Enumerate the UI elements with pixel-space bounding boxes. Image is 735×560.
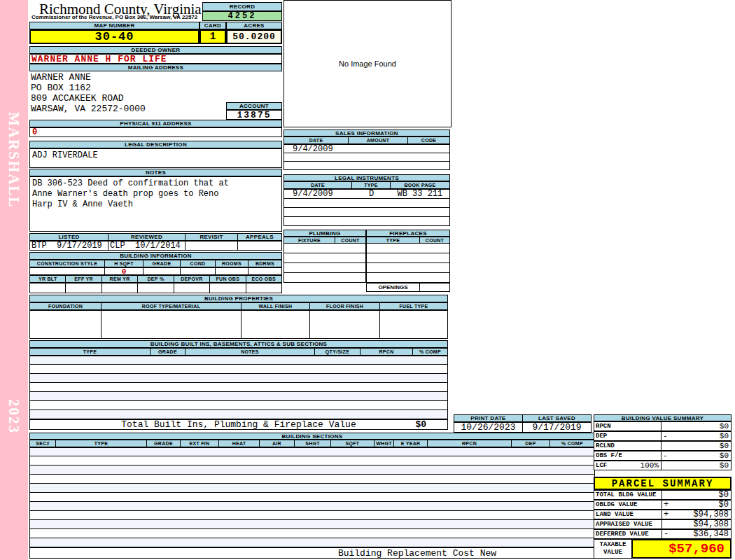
listed-value[interactable]: BTP 9/17/2019 [29,241,108,251]
bs-eyear-header: E YEAR [394,440,428,447]
funobs-header: FUN OBS [210,275,246,283]
card-header: CARD [200,22,226,29]
roof-value[interactable] [102,310,241,339]
building-section-row[interactable] [29,484,595,493]
legal-instrument-row[interactable]: 9/4/2009 D WB 33 211 [284,189,450,199]
hsqft-value[interactable]: 0 [105,267,144,275]
floor-finish-value[interactable] [310,310,380,339]
rooms-value[interactable] [216,267,248,275]
vendor-label: MARSHALL [5,112,22,208]
bs-grade-header: GRADE [147,440,181,447]
plumbing-row[interactable] [284,263,366,273]
account-value[interactable]: 13875 [226,110,282,120]
fireplaces-row[interactable] [366,253,450,263]
legal-instrument-row[interactable] [284,199,450,208]
record-value[interactable]: 4252 [202,11,282,21]
sales-code-header: CODE [408,136,450,144]
sales-row[interactable] [284,153,450,162]
last-saved-header: LAST SAVED [523,414,592,422]
cond-value[interactable] [181,267,216,275]
map-number-header: MAP NUMBER [29,22,200,29]
built-ins-rpcn-header: RPCN [360,348,413,356]
building-section-row[interactable] [29,465,595,475]
effyr-header: EFF YR [66,275,102,283]
yrblt-value[interactable] [29,283,66,293]
mailing-address-header: MAILING ADDRESS [29,64,282,71]
mailing-address-block[interactable]: WARNER ANNE PO BOX 1162 809 ACCAKEEK ROA… [31,72,227,114]
built-ins-row[interactable] [29,365,448,374]
ecoobs-value[interactable] [246,283,282,293]
bvs-value: $0 [671,442,731,450]
wall-finish-value[interactable] [241,310,310,339]
funobs-value[interactable] [210,283,246,293]
fireplaces-row[interactable] [366,244,450,253]
mailing-address-line: 809 ACCAKEEK ROAD [31,93,227,104]
legal-instrument-row[interactable] [284,208,450,217]
plumbing-row[interactable] [284,244,366,253]
effyr-value[interactable] [66,283,102,293]
physical-address-value[interactable]: 0 [29,127,282,137]
bs-dep-header: DEP [512,440,550,447]
print-date-header: PRINT DATE [454,414,523,422]
remyr-value[interactable] [102,283,138,293]
bdrms-header: BDRMS [248,260,282,267]
bvs-label: OBS F/E [594,451,662,461]
building-section-row[interactable] [29,475,595,484]
openings-value[interactable] [420,283,450,292]
built-ins-row[interactable] [29,392,448,401]
foundation-value[interactable] [29,310,102,339]
legal-description-value[interactable]: ADJ RIVERDALE [29,148,282,168]
plumbing-row[interactable] [284,253,366,263]
building-section-row[interactable] [29,456,595,465]
deeded-owner-value[interactable]: WARNER ANNE H FOR LIFE [29,54,282,64]
building-section-row[interactable] [29,502,595,511]
depovr-value[interactable] [174,283,210,293]
bs-air-header: AIR [260,440,295,447]
county-subtitle: Commissioner of the Revenue, PO Box 366,… [31,14,197,20]
building-section-row[interactable] [29,511,595,520]
legal-instrument-row[interactable] [284,217,450,226]
ps-value: $0 [671,500,731,510]
taxable-value-label: TAXABLE VALUE [594,539,632,559]
plumbing-row[interactable] [284,273,366,283]
dep-pct-value[interactable] [138,283,174,293]
building-section-row[interactable] [29,447,595,456]
physical-address-header: PHYSICAL 911 ADDRESS [29,120,282,127]
bdrms-value[interactable] [248,267,282,275]
building-section-row[interactable] [29,520,595,529]
reviewed-value[interactable]: CLP 10/1/2014 [108,241,186,251]
grade-header: GRADE [144,260,181,267]
acres-value[interactable]: 50.0200 [226,29,282,44]
fireplaces-row[interactable] [366,273,450,283]
building-section-row[interactable] [29,529,595,538]
ps-op: + [662,510,671,519]
mailing-address-line: WARNER ANNE [31,72,227,83]
fireplaces-row[interactable] [366,263,450,273]
building-section-row[interactable] [29,493,595,502]
sales-row[interactable]: 9/4/2009 [284,144,450,153]
appeals-value[interactable] [238,241,282,251]
bs-rpcn-header: RPCN [428,440,512,447]
built-ins-row[interactable] [29,401,448,410]
built-ins-row[interactable] [29,374,448,383]
bvs-label: RPCN [594,421,662,431]
fuel-type-value[interactable] [380,310,448,339]
sales-row[interactable] [284,162,450,170]
card-value[interactable]: 1 [200,29,226,44]
map-number-value[interactable]: 30-40 [29,29,200,44]
grade-value[interactable] [144,267,181,275]
built-ins-row[interactable] [29,383,448,392]
construction-style-value[interactable] [29,267,105,275]
legal-description-header: LEGAL DESCRIPTION [29,141,282,148]
sales-information-header: SALES INFORMATION [284,130,450,136]
ps-value: $36,348 [671,529,731,539]
fireplaces-type-header: TYPE [366,237,420,244]
reviewed-header: REVIEWED [108,233,186,241]
building-section-row[interactable] [29,538,595,547]
notes-value[interactable]: DB 306-523 Deed of confirmation that at … [29,176,282,232]
revisit-value[interactable] [186,241,238,251]
bvs-label: RCLND [594,441,662,451]
bs-heat-header: HEAT [219,440,260,447]
built-ins-row[interactable] [29,356,448,365]
built-ins-row[interactable] [29,410,448,419]
